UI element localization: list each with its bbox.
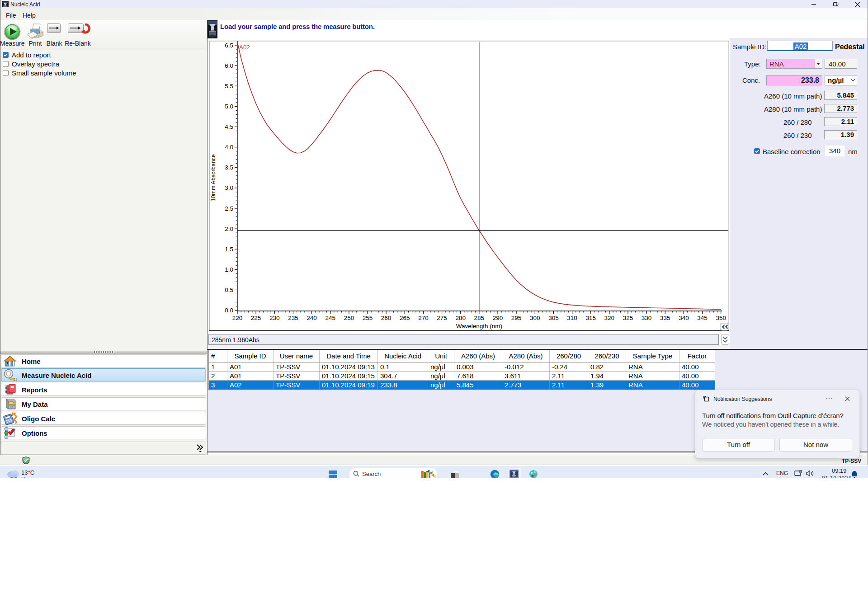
- svg-text:225: 225: [251, 315, 261, 321]
- svg-text:4.5: 4.5: [225, 123, 233, 130]
- svg-text:4.0: 4.0: [225, 144, 233, 151]
- svg-text:305: 305: [548, 315, 559, 321]
- svg-text:A02: A02: [239, 44, 250, 51]
- svg-text:6.5: 6.5: [225, 42, 233, 49]
- svg-text:1.5: 1.5: [225, 246, 233, 253]
- svg-text:5.0: 5.0: [225, 103, 233, 110]
- svg-text:2.5: 2.5: [225, 205, 233, 212]
- svg-text:250: 250: [344, 315, 354, 321]
- svg-text:1.0: 1.0: [225, 266, 233, 273]
- svg-text:340: 340: [679, 315, 689, 321]
- svg-text:230: 230: [269, 315, 280, 321]
- svg-text:10mm Absorbance: 10mm Absorbance: [210, 154, 217, 201]
- svg-text:290: 290: [493, 315, 503, 321]
- svg-text:245: 245: [325, 315, 335, 321]
- svg-text:310: 310: [567, 315, 577, 321]
- svg-text:0.5: 0.5: [225, 287, 233, 293]
- svg-text:2.0: 2.0: [225, 226, 233, 232]
- svg-text:Wavelength (nm): Wavelength (nm): [456, 323, 502, 329]
- svg-text:300: 300: [530, 315, 540, 321]
- svg-text:280: 280: [455, 315, 466, 321]
- svg-text:6.0: 6.0: [225, 62, 233, 69]
- svg-text:235: 235: [288, 315, 298, 321]
- svg-text:330: 330: [642, 315, 652, 321]
- svg-text:275: 275: [437, 315, 447, 321]
- svg-text:325: 325: [623, 315, 633, 321]
- svg-text:345: 345: [697, 315, 708, 321]
- svg-text:3.0: 3.0: [225, 184, 233, 191]
- svg-text:265: 265: [400, 315, 410, 321]
- svg-text:0.0: 0.0: [225, 307, 233, 314]
- svg-text:335: 335: [660, 315, 670, 321]
- svg-text:5.5: 5.5: [225, 83, 233, 89]
- svg-text:285: 285: [474, 315, 485, 321]
- svg-text:315: 315: [585, 315, 596, 321]
- svg-text:270: 270: [418, 315, 429, 321]
- svg-text:220: 220: [232, 315, 243, 321]
- svg-text:320: 320: [604, 315, 615, 321]
- svg-text:255: 255: [363, 315, 373, 321]
- svg-text:350: 350: [716, 315, 726, 321]
- svg-text:240: 240: [307, 315, 317, 321]
- svg-text:295: 295: [511, 315, 522, 321]
- svg-text:3.5: 3.5: [225, 164, 233, 171]
- svg-text:260: 260: [381, 315, 392, 321]
